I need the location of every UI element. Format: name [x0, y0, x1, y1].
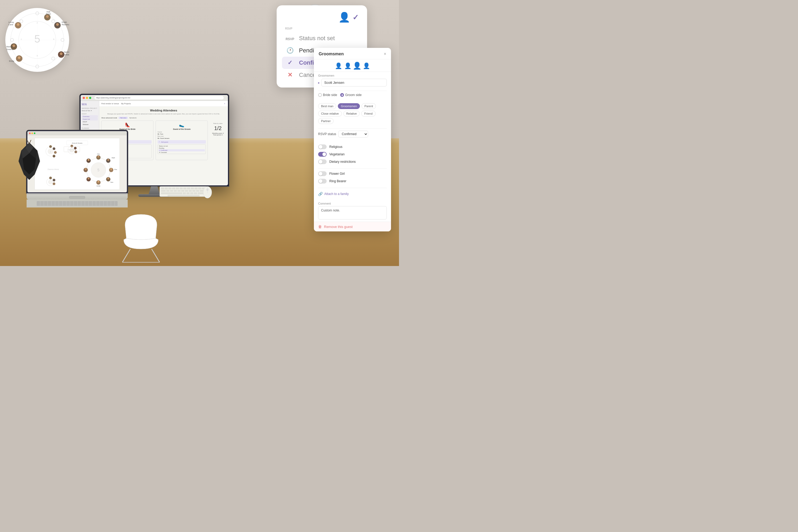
groom-side-radio[interactable]: [340, 93, 344, 97]
x-icon: ✕: [288, 72, 292, 78]
vegetarian-toggle[interactable]: [318, 152, 327, 157]
role-toggles-section: Flower Girl Ring Bearer: [314, 169, 391, 188]
sidebar-nav-website[interactable]: Website: [82, 123, 98, 126]
topbar-find-vendor[interactable]: Find vendor or venue: [101, 103, 119, 104]
attach-section: 🔗 Attach to a family: [314, 188, 391, 200]
svg-text:Elijah: Elijah: [112, 157, 115, 158]
tag-best-man[interactable]: Best man: [318, 103, 336, 109]
svg-rect-110: [174, 190, 177, 192]
dietary-toggle[interactable]: [318, 159, 327, 164]
remove-guest-row[interactable]: 🗑 Remove this guest: [314, 222, 391, 231]
sidebar-nav-overview[interactable]: Overview: [82, 115, 98, 118]
seating-svg: Pearl Hall Elijah Ramirez Leroy Lane Mam…: [5, 8, 69, 72]
svg-point-3: [52, 20, 55, 23]
svg-point-69: [88, 159, 90, 161]
dietary-toggles-section: Religious Vegetarian Dietary restriction…: [314, 142, 391, 168]
trash-icon: 🗑: [318, 225, 322, 229]
svg-point-15: [60, 52, 62, 55]
tag-friend[interactable]: Friend: [361, 111, 375, 116]
panel-close-button[interactable]: ×: [384, 52, 386, 56]
laptop-maximize[interactable]: [34, 132, 35, 134]
rsvp-opt-confirmed[interactable]: ✓ Confirmed: [158, 149, 205, 151]
laptop-body: [26, 194, 128, 200]
groomsmen-section-label: Groomsmen: [318, 74, 387, 77]
rsvp-status-select[interactable]: Status not set Pending Confirmed Cancele…: [338, 131, 368, 137]
maximize-traffic-light[interactable]: [89, 97, 91, 99]
rsvp-not-set-label: Status not set: [299, 35, 335, 42]
tag-relative[interactable]: Relative: [343, 111, 360, 116]
svg-rect-114: [189, 190, 192, 192]
desk-chair: [114, 212, 168, 266]
tag-partner[interactable]: Partner: [318, 118, 334, 124]
svg-text:Greene: Greene: [6, 48, 14, 51]
bride-icon: 👠: [103, 122, 152, 128]
svg-point-61: [108, 178, 109, 179]
guest-name-input[interactable]: [321, 79, 387, 87]
svg-rect-111: [177, 190, 180, 192]
svg-rect-97: [168, 188, 172, 189]
rsvp-opt-pending[interactable]: Pending: [158, 147, 205, 149]
bestman-label: Best man: [157, 135, 206, 137]
svg-text:2: 2: [50, 151, 51, 153]
svg-text:Cleo: Cleo: [97, 153, 100, 155]
svg-point-14: [18, 56, 20, 59]
comment-text[interactable]: Custom note.: [318, 206, 387, 220]
person-icon-4: 👤: [363, 62, 370, 70]
panel-title: Groomsmen: [319, 52, 344, 56]
ring-bearer-toggle-knob: [319, 179, 322, 183]
groom-side-option[interactable]: Groom side: [340, 93, 361, 97]
label-pearl: Pearl: [46, 13, 51, 15]
svg-point-55: [98, 156, 99, 158]
rsvp-opt-canceled[interactable]: ✕ Canceled: [158, 151, 205, 153]
topbar-add-btn[interactable]: ＋: [224, 102, 226, 105]
sidebar-nav-rsvp[interactable]: RSVP: [82, 120, 98, 123]
attach-family-row[interactable]: 🔗 Attach to a family: [318, 190, 387, 198]
svg-text:Archie: Archie: [97, 185, 100, 187]
vase-svg: [16, 140, 42, 188]
alphabetic-btn[interactable]: Alphabetic: [129, 117, 137, 119]
svg-rect-103: [191, 188, 194, 189]
rsvp-dropdown-groom[interactable]: Status not set Pending ✓ Confirmed ✕ Can…: [157, 145, 206, 154]
topbar-my-projects[interactable]: My Projects: [121, 103, 131, 104]
religious-toggle[interactable]: [318, 145, 327, 149]
url-bar[interactable]: https://planning.wedding/project/guest-l…: [94, 96, 224, 99]
rsvp-status-section: RSVP status Status not set Pending Confi…: [314, 129, 391, 142]
comment-field-label: Comment: [318, 202, 387, 205]
rsvp-text-label: RSVP: [286, 37, 294, 41]
project-name: Anna & Tom: [82, 110, 91, 111]
tag-close-relative[interactable]: Close relative: [318, 111, 342, 116]
bride-column-title: Guest of the Bride: [103, 128, 152, 130]
person-icon-2: 👤: [344, 62, 352, 70]
ring-bearer-toggle[interactable]: [318, 179, 327, 184]
rsvp-opt-not-set[interactable]: Status not set: [158, 145, 205, 147]
groom-column-title: Guest of the Groom: [157, 128, 206, 130]
tag-parent[interactable]: Parent: [361, 103, 376, 109]
bride-side-option[interactable]: Bride side: [318, 93, 337, 97]
close-traffic-light[interactable]: [83, 97, 85, 99]
minimize-traffic-light[interactable]: [86, 97, 88, 99]
svg-text:2: 2: [37, 22, 38, 24]
laptop-touchpad[interactable]: [69, 196, 85, 199]
svg-rect-116: [196, 190, 199, 192]
add-guest-groom-btn[interactable]: ＋ Add guest: [157, 140, 206, 144]
svg-point-83: [49, 180, 53, 184]
svg-rect-112: [181, 190, 184, 192]
dietary-toggle-knob: [319, 160, 322, 164]
tab-view-btn[interactable]: Tab view: [119, 117, 128, 119]
rsvp-option-not-set[interactable]: RSVP Status not set: [285, 32, 359, 44]
bride-side-radio[interactable]: [318, 93, 322, 97]
chair-svg: [114, 212, 168, 265]
svg-text:5: 5: [97, 168, 99, 172]
laptop-close[interactable]: [29, 132, 31, 134]
svg-point-86: [53, 183, 55, 185]
laptop-chrome: [27, 131, 127, 135]
svg-point-76: [53, 155, 55, 157]
laptop-minimize[interactable]: [32, 132, 33, 134]
svg-point-63: [98, 181, 99, 183]
svg-line-128: [122, 249, 130, 262]
tag-groomsmen[interactable]: Groomsmen: [338, 103, 360, 109]
svg-text:Head Table: Head Table: [68, 149, 76, 151]
sidebar-nav-guestlist[interactable]: Guest List: [82, 118, 98, 120]
url-text: https://planning.wedding/project/guest-l…: [96, 97, 130, 99]
flower-girl-toggle[interactable]: [318, 171, 327, 176]
